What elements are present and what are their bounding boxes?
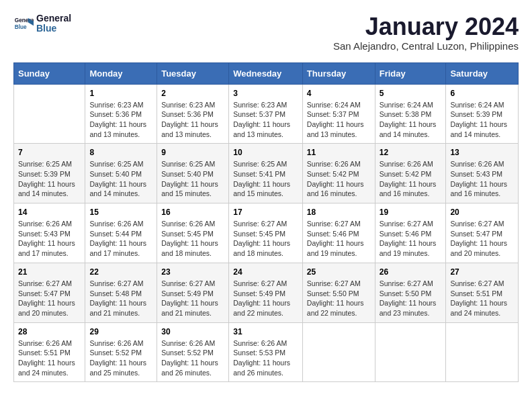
calendar-cell: 23Sunrise: 6:27 AM Sunset: 5:49 PM Dayli… (157, 263, 229, 322)
day-info: Sunrise: 6:26 AM Sunset: 5:44 PM Dayligh… (89, 219, 152, 259)
day-number: 4 (307, 89, 371, 98)
calendar-cell: 12Sunrise: 6:26 AM Sunset: 5:42 PM Dayli… (375, 144, 446, 203)
calendar-table: SundayMondayTuesdayWednesdayThursdayFrid… (13, 62, 519, 383)
day-number: 9 (161, 148, 224, 157)
day-number: 22 (89, 267, 152, 277)
day-number: 6 (450, 89, 514, 98)
calendar-cell: 11Sunrise: 6:26 AM Sunset: 5:42 PM Dayli… (302, 144, 375, 203)
day-info: Sunrise: 6:25 AM Sunset: 5:40 PM Dayligh… (89, 159, 152, 199)
day-info: Sunrise: 6:26 AM Sunset: 5:53 PM Dayligh… (233, 338, 298, 378)
day-info: Sunrise: 6:24 AM Sunset: 5:39 PM Dayligh… (450, 100, 514, 140)
day-number: 11 (307, 148, 371, 157)
calendar-cell: 13Sunrise: 6:26 AM Sunset: 5:43 PM Dayli… (446, 144, 519, 203)
day-number: 30 (161, 327, 224, 336)
day-number: 7 (18, 148, 81, 157)
day-info: Sunrise: 6:27 AM Sunset: 5:47 PM Dayligh… (18, 279, 81, 318)
calendar-cell: 8Sunrise: 6:25 AM Sunset: 5:40 PM Daylig… (85, 144, 157, 203)
day-number: 29 (89, 327, 152, 336)
calendar-cell: 2Sunrise: 6:23 AM Sunset: 5:36 PM Daylig… (157, 84, 229, 144)
day-info: Sunrise: 6:27 AM Sunset: 5:46 PM Dayligh… (380, 219, 442, 259)
calendar-cell: 25Sunrise: 6:27 AM Sunset: 5:50 PM Dayli… (302, 263, 375, 322)
day-number: 21 (18, 267, 81, 277)
calendar-title: January 2024 (333, 13, 519, 40)
calendar-cell (302, 322, 375, 382)
day-info: Sunrise: 6:26 AM Sunset: 5:43 PM Dayligh… (18, 219, 81, 259)
calendar-cell: 9Sunrise: 6:25 AM Sunset: 5:40 PM Daylig… (157, 144, 229, 203)
day-header-monday: Monday (85, 62, 157, 84)
day-info: Sunrise: 6:27 AM Sunset: 5:49 PM Dayligh… (161, 279, 224, 318)
calendar-cell: 7Sunrise: 6:25 AM Sunset: 5:39 PM Daylig… (14, 144, 85, 203)
calendar-cell: 30Sunrise: 6:26 AM Sunset: 5:52 PM Dayli… (157, 322, 229, 382)
day-number: 3 (233, 89, 298, 98)
calendar-cell: 16Sunrise: 6:26 AM Sunset: 5:45 PM Dayli… (157, 203, 229, 263)
day-header-sunday: Sunday (14, 62, 85, 84)
calendar-cell: 24Sunrise: 6:27 AM Sunset: 5:49 PM Dayli… (229, 263, 303, 322)
day-header-friday: Friday (375, 62, 446, 84)
logo-text-blue: Blue (36, 24, 71, 34)
calendar-cell: 14Sunrise: 6:26 AM Sunset: 5:43 PM Dayli… (14, 203, 85, 263)
day-number: 25 (307, 267, 371, 277)
day-info: Sunrise: 6:26 AM Sunset: 5:45 PM Dayligh… (161, 219, 224, 259)
svg-text:Blue: Blue (15, 24, 27, 31)
day-number: 28 (18, 327, 81, 336)
calendar-cell: 3Sunrise: 6:23 AM Sunset: 5:37 PM Daylig… (229, 84, 303, 144)
day-number: 8 (89, 148, 152, 157)
day-number: 27 (450, 267, 514, 277)
day-number: 24 (233, 267, 298, 277)
day-info: Sunrise: 6:27 AM Sunset: 5:48 PM Dayligh… (89, 279, 152, 318)
day-header-thursday: Thursday (302, 62, 375, 84)
calendar-cell: 4Sunrise: 6:24 AM Sunset: 5:37 PM Daylig… (302, 84, 375, 144)
calendar-cell: 1Sunrise: 6:23 AM Sunset: 5:36 PM Daylig… (85, 84, 157, 144)
day-number: 20 (450, 208, 514, 217)
day-number: 23 (161, 267, 224, 277)
calendar-cell: 26Sunrise: 6:27 AM Sunset: 5:50 PM Dayli… (375, 263, 446, 322)
day-number: 31 (233, 327, 298, 336)
day-info: Sunrise: 6:24 AM Sunset: 5:37 PM Dayligh… (307, 100, 371, 140)
calendar-cell: 29Sunrise: 6:26 AM Sunset: 5:52 PM Dayli… (85, 322, 157, 382)
day-info: Sunrise: 6:23 AM Sunset: 5:37 PM Dayligh… (233, 100, 298, 140)
day-info: Sunrise: 6:26 AM Sunset: 5:42 PM Dayligh… (380, 159, 442, 199)
day-number: 12 (380, 148, 442, 157)
calendar-cell (375, 322, 446, 382)
calendar-cell: 27Sunrise: 6:27 AM Sunset: 5:51 PM Dayli… (446, 263, 519, 322)
day-info: Sunrise: 6:26 AM Sunset: 5:43 PM Dayligh… (450, 159, 514, 199)
day-number: 19 (380, 208, 442, 217)
calendar-cell: 10Sunrise: 6:25 AM Sunset: 5:41 PM Dayli… (229, 144, 303, 203)
day-info: Sunrise: 6:24 AM Sunset: 5:38 PM Dayligh… (380, 100, 442, 140)
calendar-cell: 21Sunrise: 6:27 AM Sunset: 5:47 PM Dayli… (14, 263, 85, 322)
day-info: Sunrise: 6:25 AM Sunset: 5:41 PM Dayligh… (233, 159, 298, 199)
day-number: 26 (380, 267, 442, 277)
day-info: Sunrise: 6:27 AM Sunset: 5:50 PM Dayligh… (380, 279, 442, 318)
logo-text-general: General (36, 13, 71, 24)
logo-icon: General Blue (13, 13, 34, 34)
calendar-cell: 18Sunrise: 6:27 AM Sunset: 5:46 PM Dayli… (302, 203, 375, 263)
calendar-cell (14, 84, 85, 144)
day-info: Sunrise: 6:27 AM Sunset: 5:50 PM Dayligh… (307, 279, 371, 318)
day-header-wednesday: Wednesday (229, 62, 303, 84)
day-info: Sunrise: 6:25 AM Sunset: 5:40 PM Dayligh… (161, 159, 224, 199)
day-info: Sunrise: 6:27 AM Sunset: 5:46 PM Dayligh… (307, 219, 371, 259)
calendar-cell: 31Sunrise: 6:26 AM Sunset: 5:53 PM Dayli… (229, 322, 303, 382)
day-info: Sunrise: 6:27 AM Sunset: 5:49 PM Dayligh… (233, 279, 298, 318)
calendar-cell: 20Sunrise: 6:27 AM Sunset: 5:47 PM Dayli… (446, 203, 519, 263)
day-info: Sunrise: 6:23 AM Sunset: 5:36 PM Dayligh… (89, 100, 152, 140)
day-number: 16 (161, 208, 224, 217)
calendar-subtitle: San Alejandro, Central Luzon, Philippine… (333, 40, 519, 52)
calendar-cell: 28Sunrise: 6:26 AM Sunset: 5:51 PM Dayli… (14, 322, 85, 382)
day-number: 14 (18, 208, 81, 217)
calendar-cell: 5Sunrise: 6:24 AM Sunset: 5:38 PM Daylig… (375, 84, 446, 144)
logo: General Blue General Blue (13, 13, 71, 34)
day-number: 15 (89, 208, 152, 217)
day-number: 10 (233, 148, 298, 157)
day-header-saturday: Saturday (446, 62, 519, 84)
day-info: Sunrise: 6:27 AM Sunset: 5:47 PM Dayligh… (450, 219, 514, 259)
calendar-cell: 15Sunrise: 6:26 AM Sunset: 5:44 PM Dayli… (85, 203, 157, 263)
day-info: Sunrise: 6:26 AM Sunset: 5:51 PM Dayligh… (18, 338, 81, 378)
calendar-cell: 19Sunrise: 6:27 AM Sunset: 5:46 PM Dayli… (375, 203, 446, 263)
day-number: 5 (380, 89, 442, 98)
day-info: Sunrise: 6:27 AM Sunset: 5:51 PM Dayligh… (450, 279, 514, 318)
day-info: Sunrise: 6:26 AM Sunset: 5:52 PM Dayligh… (161, 338, 224, 378)
day-number: 2 (161, 89, 224, 98)
day-info: Sunrise: 6:25 AM Sunset: 5:39 PM Dayligh… (18, 159, 81, 199)
day-info: Sunrise: 6:27 AM Sunset: 5:45 PM Dayligh… (233, 219, 298, 259)
